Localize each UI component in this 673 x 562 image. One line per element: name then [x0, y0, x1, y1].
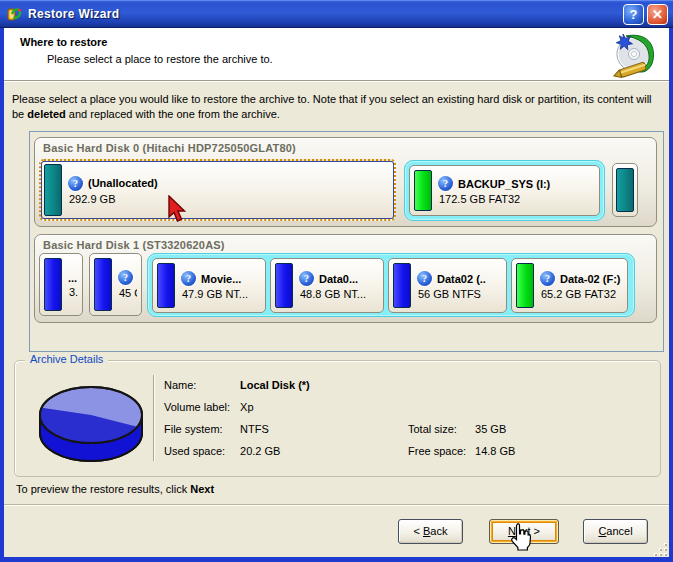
- details-divider: [153, 375, 154, 461]
- archive-details-title: Archive Details: [25, 353, 108, 365]
- window-title: Restore Wizard: [28, 0, 119, 28]
- close-button[interactable]: ✕: [647, 4, 668, 25]
- partition-backup-sys-highlight: ? BACKUP_SYS (I:) 172.5 GB FAT32: [404, 160, 605, 221]
- partition-color-bar: [157, 263, 175, 308]
- partition-color-bar: [414, 170, 432, 211]
- footer-hint-next: Next: [190, 483, 214, 495]
- detail-row-used-space: Used space: 20.2 GB: [164, 445, 280, 457]
- partition-name: Movie...: [201, 273, 241, 285]
- partition-help-icon: ?: [540, 271, 555, 286]
- partition-size: 48.8 GB NT...: [299, 288, 366, 300]
- detail-value: Xp: [240, 401, 253, 413]
- page-subtitle: Please select a place to restore the arc…: [47, 53, 273, 65]
- detail-row-name: Name: Local Disk (*): [164, 379, 310, 391]
- partition-color-bar: [44, 164, 62, 216]
- title-bar[interactable]: Restore Wizard ? ✕: [0, 0, 673, 28]
- partition-size: 3...: [68, 286, 78, 298]
- disk-0-label: Basic Hard Disk 0 (Hitachi HDP725050GLAT…: [43, 142, 296, 154]
- partition-color-bar: [94, 258, 112, 311]
- footer-hint-text: To preview the restore results, click: [16, 483, 190, 495]
- disk-group-1: Basic Hard Disk 1 (ST3320620AS) ... 3...…: [34, 234, 657, 323]
- detail-value: 35 GB: [475, 423, 506, 435]
- partition-color-bar: [616, 168, 634, 212]
- cancel-button[interactable]: Cancel: [583, 519, 648, 544]
- footer-separator: [4, 504, 669, 506]
- detail-label: File system:: [164, 423, 237, 435]
- partition-size: 65.2 GB FAT32: [540, 288, 621, 300]
- partition-color-bar: [516, 263, 534, 308]
- extended-partition-container: ? Movie... 47.9 GB NT... ? Data0...: [147, 253, 635, 317]
- partition-color-bar: [275, 263, 293, 308]
- partition-data02[interactable]: ? Data02 (.. 56 GB NTFS: [388, 258, 507, 313]
- next-button[interactable]: Next >: [489, 519, 559, 544]
- partition-help-icon: ?: [68, 176, 83, 191]
- back-button[interactable]: < Back: [398, 519, 463, 544]
- detail-row-volume-label: Volume label: Xp: [164, 401, 254, 413]
- partition-small-1[interactable]: ... 3...: [39, 253, 83, 316]
- partition-help-icon: ?: [181, 271, 196, 286]
- partition-name: (Unallocated): [88, 177, 158, 189]
- next-button-accel: N: [508, 525, 516, 537]
- partition-name: Data0...: [319, 273, 358, 285]
- partition-help-icon: ?: [118, 270, 133, 285]
- detail-row-free-space: Free space: 14.8 GB: [408, 445, 515, 457]
- archive-details-group: Archive Details Name: Local Disk (*) Vol…: [14, 360, 661, 477]
- detail-label: Name:: [164, 379, 237, 391]
- partition-help-icon: ?: [299, 271, 314, 286]
- intro-text-part2: and replaced with the one from the archi…: [66, 108, 280, 120]
- detail-label: Used space:: [164, 445, 237, 457]
- partition-size: 47.9 GB NT...: [181, 288, 248, 300]
- partition-help-icon: ?: [417, 271, 432, 286]
- partition-name: Data02 (..: [437, 273, 486, 285]
- partition-name: BACKUP_SYS (I:): [458, 178, 550, 190]
- partition-size: 45 G...: [118, 287, 137, 299]
- dialog-body: Where to restore Please select a place t…: [0, 28, 673, 562]
- detail-row-total-size: Total size: 35 GB: [408, 423, 506, 435]
- disk-group-0: Basic Hard Disk 0 (Hitachi HDP725050GLAT…: [34, 137, 657, 227]
- partition-unallocated[interactable]: ? (Unallocated) 292.9 GB: [39, 159, 396, 221]
- archive-pie-chart: [31, 371, 151, 471]
- partition-name: Data-02 (F:): [560, 273, 621, 285]
- detail-label: Free space:: [408, 445, 472, 457]
- partition-size: 172.5 GB FAT32: [438, 193, 550, 205]
- partition-size: 292.9 GB: [68, 193, 158, 205]
- detail-label: Volume label:: [164, 401, 237, 413]
- partition-small-2[interactable]: ? ... 45 G...: [89, 253, 142, 316]
- detail-value: 14.8 GB: [475, 445, 515, 457]
- intro-text-deleted: deleted: [27, 108, 66, 120]
- partition-help-icon: ?: [438, 176, 453, 191]
- partition-backup-sys[interactable]: ? BACKUP_SYS (I:) 172.5 GB FAT32: [409, 165, 600, 216]
- partition-color-bar: [44, 258, 62, 311]
- disks-panel: Basic Hard Disk 0 (Hitachi HDP725050GLAT…: [29, 131, 664, 352]
- detail-row-file-system: File system: NTFS: [164, 423, 269, 435]
- disk-1-label: Basic Hard Disk 1 (ST3320620AS): [43, 239, 225, 251]
- partition-data0[interactable]: ? Data0... 48.8 GB NT...: [270, 258, 384, 313]
- detail-value: NTFS: [240, 423, 269, 435]
- detail-value: Local Disk (*): [240, 379, 310, 391]
- detail-label: Total size:: [408, 423, 472, 435]
- partition-size: 56 GB NTFS: [417, 288, 486, 300]
- page-title: Where to restore: [20, 36, 107, 48]
- next-button-label-rest: ext >: [516, 525, 540, 537]
- back-button-label: <: [414, 525, 423, 537]
- footer-hint: To preview the restore results, click Ne…: [16, 483, 214, 495]
- back-button-label-rest: ack: [430, 525, 447, 537]
- resize-grip[interactable]: [653, 542, 667, 556]
- partition-clipped[interactable]: [612, 163, 638, 217]
- partition-movie[interactable]: ? Movie... 47.9 GB NT...: [152, 258, 266, 313]
- partition-name: ...: [68, 272, 77, 284]
- cancel-button-label-rest: ancel: [606, 525, 632, 537]
- intro-text: Please select a place you would like to …: [12, 92, 664, 122]
- wizard-cd-icon: [612, 30, 660, 78]
- app-icon: [7, 6, 23, 22]
- partition-color-bar: [393, 263, 411, 308]
- partition-data-02-f[interactable]: ? Data-02 (F:) 65.2 GB FAT32: [511, 258, 628, 313]
- wizard-header: Where to restore Please select a place t…: [4, 28, 669, 81]
- detail-value: 20.2 GB: [240, 445, 280, 457]
- help-button[interactable]: ?: [623, 4, 644, 25]
